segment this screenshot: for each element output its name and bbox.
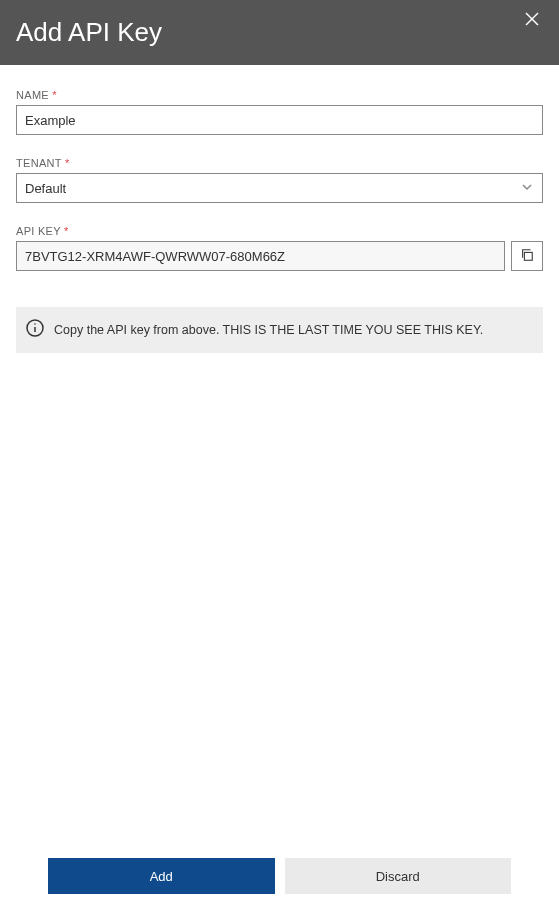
close-button[interactable]: [521, 8, 543, 34]
add-button[interactable]: Add: [48, 858, 275, 894]
dialog-content: NAME * TENANT * Default API KEY *: [0, 65, 559, 842]
tenant-select-wrapper: Default: [16, 173, 543, 203]
apikey-row: [16, 241, 543, 271]
required-indicator: *: [65, 157, 70, 169]
svg-rect-2: [524, 252, 532, 260]
dialog-header: Add API Key: [0, 0, 559, 65]
info-banner: Copy the API key from above. THIS IS THE…: [16, 307, 543, 353]
copy-icon: [520, 248, 534, 265]
field-name: NAME *: [16, 89, 543, 135]
dialog-title: Add API Key: [16, 17, 162, 48]
copy-button[interactable]: [511, 241, 543, 271]
close-icon: [525, 12, 539, 29]
field-tenant: TENANT * Default: [16, 157, 543, 203]
info-text: Copy the API key from above. THIS IS THE…: [54, 323, 483, 337]
info-icon: [26, 319, 44, 341]
discard-button[interactable]: Discard: [285, 858, 512, 894]
name-label: NAME *: [16, 89, 543, 101]
field-apikey: API KEY *: [16, 225, 543, 271]
apikey-label: API KEY *: [16, 225, 543, 237]
name-label-text: NAME: [16, 89, 49, 101]
required-indicator: *: [52, 89, 57, 101]
svg-point-5: [34, 323, 36, 325]
dialog-footer: Add Discard: [0, 842, 559, 910]
name-input[interactable]: [16, 105, 543, 135]
apikey-input[interactable]: [16, 241, 505, 271]
tenant-label-text: TENANT: [16, 157, 62, 169]
required-indicator: *: [64, 225, 69, 237]
tenant-label: TENANT *: [16, 157, 543, 169]
tenant-select[interactable]: Default: [16, 173, 543, 203]
apikey-label-text: API KEY: [16, 225, 61, 237]
